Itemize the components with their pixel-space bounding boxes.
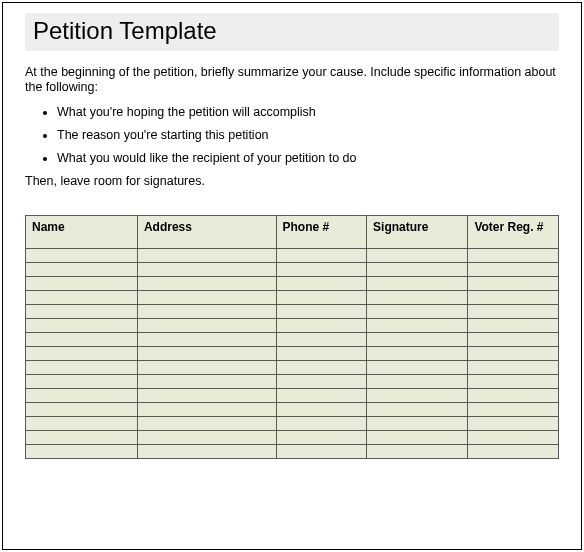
table-row <box>26 291 559 305</box>
table-cell <box>367 389 468 403</box>
table-cell <box>137 417 276 431</box>
table-cell <box>367 445 468 459</box>
table-row <box>26 319 559 333</box>
table-cell <box>137 305 276 319</box>
table-cell <box>367 263 468 277</box>
table-cell <box>367 361 468 375</box>
table-row <box>26 431 559 445</box>
table-cell <box>367 249 468 263</box>
table-cell <box>137 333 276 347</box>
table-cell <box>276 249 367 263</box>
table-cell <box>367 319 468 333</box>
table-cell <box>26 263 138 277</box>
closing-text: Then, leave room for signatures. <box>25 174 559 189</box>
table-cell <box>137 431 276 445</box>
table-cell <box>26 375 138 389</box>
table-cell <box>26 249 138 263</box>
table-cell <box>367 375 468 389</box>
table-cell <box>276 305 367 319</box>
table-cell <box>468 319 559 333</box>
table-row <box>26 249 559 263</box>
table-row <box>26 277 559 291</box>
intro-text: At the beginning of the petition, briefl… <box>25 65 559 95</box>
table-cell <box>26 445 138 459</box>
table-row <box>26 389 559 403</box>
table-row <box>26 347 559 361</box>
table-cell <box>468 333 559 347</box>
table-cell <box>276 403 367 417</box>
table-cell <box>276 277 367 291</box>
table-cell <box>468 291 559 305</box>
table-cell <box>276 417 367 431</box>
col-header-signature: Signature <box>367 216 468 249</box>
title-bar: Petition Template <box>25 13 559 51</box>
table-cell <box>137 249 276 263</box>
table-cell <box>367 333 468 347</box>
table-cell <box>367 417 468 431</box>
table-cell <box>276 445 367 459</box>
table-cell <box>468 305 559 319</box>
table-cell <box>276 319 367 333</box>
table-cell <box>468 361 559 375</box>
table-cell <box>137 375 276 389</box>
col-header-address: Address <box>137 216 276 249</box>
table-cell <box>137 263 276 277</box>
table-cell <box>26 389 138 403</box>
table-cell <box>26 347 138 361</box>
table-cell <box>137 389 276 403</box>
table-cell <box>137 277 276 291</box>
table-row <box>26 375 559 389</box>
table-cell <box>26 403 138 417</box>
table-cell <box>276 347 367 361</box>
table-cell <box>137 361 276 375</box>
col-header-voter: Voter Reg. # <box>468 216 559 249</box>
table-cell <box>468 431 559 445</box>
table-row <box>26 361 559 375</box>
page-title: Petition Template <box>33 17 551 45</box>
table-cell <box>367 431 468 445</box>
table-cell <box>367 347 468 361</box>
table-row <box>26 333 559 347</box>
table-cell <box>276 389 367 403</box>
table-cell <box>468 263 559 277</box>
col-header-phone: Phone # <box>276 216 367 249</box>
table-cell <box>468 277 559 291</box>
list-item: The reason you're starting this petition <box>57 128 559 143</box>
signature-table: Name Address Phone # Signature Voter Reg… <box>25 215 559 459</box>
table-cell <box>137 291 276 305</box>
document-page: Petition Template At the beginning of th… <box>2 2 582 550</box>
table-cell <box>26 277 138 291</box>
table-cell <box>137 403 276 417</box>
table-row <box>26 403 559 417</box>
table-header-row: Name Address Phone # Signature Voter Reg… <box>26 216 559 249</box>
table-cell <box>468 445 559 459</box>
table-row <box>26 305 559 319</box>
col-header-name: Name <box>26 216 138 249</box>
table-row <box>26 445 559 459</box>
table-body <box>26 249 559 459</box>
table-cell <box>137 319 276 333</box>
table-row <box>26 263 559 277</box>
table-cell <box>26 361 138 375</box>
table-cell <box>26 431 138 445</box>
table-cell <box>137 347 276 361</box>
table-cell <box>26 291 138 305</box>
table-cell <box>26 417 138 431</box>
table-cell <box>276 431 367 445</box>
table-row <box>26 417 559 431</box>
list-item: What you would like the recipient of you… <box>57 151 559 166</box>
list-item: What you're hoping the petition will acc… <box>57 105 559 120</box>
table-cell <box>468 375 559 389</box>
bullet-list: What you're hoping the petition will acc… <box>57 105 559 166</box>
table-cell <box>276 361 367 375</box>
table-cell <box>276 333 367 347</box>
table-cell <box>367 277 468 291</box>
table-cell <box>468 417 559 431</box>
table-cell <box>367 291 468 305</box>
table-cell <box>468 249 559 263</box>
table-cell <box>26 305 138 319</box>
table-cell <box>468 347 559 361</box>
table-cell <box>26 333 138 347</box>
table-cell <box>468 389 559 403</box>
table-cell <box>468 403 559 417</box>
